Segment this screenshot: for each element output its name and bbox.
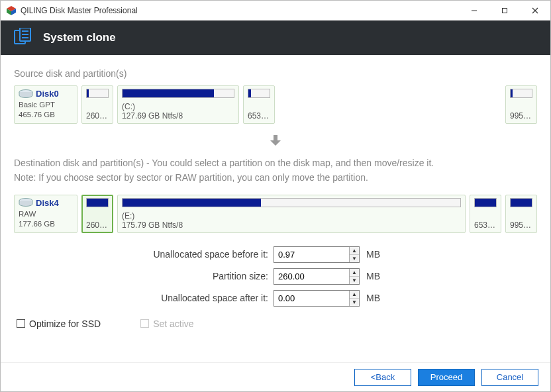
page-header: System clone: [1, 21, 550, 55]
close-button[interactable]: [520, 1, 550, 21]
partition-usage-bar: [510, 198, 532, 207]
space-after-input[interactable]: [274, 291, 349, 306]
source-part-0[interactable]: 260…: [81, 85, 113, 124]
disk-name: Disk0: [36, 89, 59, 99]
partition-usage-bar: [248, 89, 270, 98]
source-part-3[interactable]: 995…: [505, 85, 537, 124]
partition-letter: (E:): [122, 211, 461, 220]
harddisk-icon: [19, 198, 33, 207]
harddisk-icon: [19, 89, 33, 99]
unit-label: MB: [366, 293, 380, 303]
note-line-1: Destination disk and partition(s) - You …: [14, 156, 537, 170]
checkbox-icon: [17, 319, 25, 328]
options-row: Optimize for SSD Set active: [14, 318, 537, 329]
spin-up-button[interactable]: ▲: [350, 247, 359, 255]
cancel-button[interactable]: Cancel: [481, 369, 538, 386]
partition-label: 653…: [474, 220, 497, 230]
spin-down-button[interactable]: ▼: [350, 255, 359, 262]
optimize-ssd-checkbox[interactable]: Optimize for SSD: [17, 318, 101, 329]
partition-letter: (C:): [122, 102, 234, 111]
space-before-input-wrap: ▲▼: [274, 246, 360, 263]
partition-usage-bar: [510, 89, 532, 98]
spin-down-button[interactable]: ▼: [350, 277, 359, 284]
window-controls: [459, 1, 550, 21]
partition-label: 260…: [86, 220, 109, 230]
optimize-ssd-label: Optimize for SSD: [29, 318, 101, 329]
footer: <Back Proceed Cancel: [1, 362, 550, 391]
checkbox-icon: [140, 319, 149, 328]
window-title: QILING Disk Master Professional: [21, 6, 459, 15]
unit-label: MB: [366, 271, 380, 281]
clone-icon: [14, 28, 32, 48]
destination-part-3[interactable]: 995…: [505, 195, 537, 233]
destination-part-2[interactable]: 653…: [470, 195, 501, 233]
destination-part-1[interactable]: (E:) 175.79 GB Ntfs/8: [117, 195, 466, 233]
titlebar: QILING Disk Master Professional: [1, 1, 550, 21]
destination-note: Destination disk and partition(s) - You …: [14, 156, 537, 185]
proceed-button[interactable]: Proceed: [418, 369, 475, 386]
source-part-1[interactable]: (C:) 127.69 GB Ntfs/8: [117, 85, 239, 124]
destination-disk-row: Disk4 RAW 177.66 GB 260… (E:) 175.79 GB …: [14, 195, 537, 233]
destination-disk-info[interactable]: Disk4 RAW 177.66 GB: [14, 195, 77, 233]
partition-size-form: Unallocated space before it: ▲▼ MB Parti…: [14, 246, 537, 307]
spin-up-button[interactable]: ▲: [350, 269, 359, 277]
source-disk-info[interactable]: Disk0 Basic GPT 465.76 GB: [14, 85, 77, 124]
set-active-label: Set active: [153, 318, 193, 329]
disk-name: Disk4: [36, 198, 59, 208]
svg-rect-3: [503, 8, 507, 13]
arrow-down-icon: [14, 133, 537, 150]
source-disk-row: Disk0 Basic GPT 465.76 GB 260… (C:) 127.…: [14, 85, 537, 124]
partition-size-input-wrap: ▲▼: [274, 268, 360, 285]
partition-label: 653…: [248, 111, 270, 121]
disk-type: Basic GPT: [19, 100, 73, 110]
partition-label: 995…: [510, 111, 532, 121]
unit-label: MB: [366, 249, 380, 260]
space-before-input[interactable]: [274, 247, 349, 262]
partition-usage-bar: [474, 198, 497, 207]
partition-label: 995…: [510, 220, 532, 230]
back-button[interactable]: <Back: [354, 369, 411, 386]
destination-part-0[interactable]: 260…: [81, 195, 113, 233]
partition-usage-bar: [86, 198, 109, 207]
partition-label: 127.69 GB Ntfs/8: [122, 111, 234, 121]
partition-usage-bar: [122, 89, 234, 98]
partition-usage-bar: [86, 89, 109, 98]
disk-type: RAW: [19, 209, 73, 219]
space-before-label: Unallocated space before it:: [14, 249, 274, 260]
spin-down-button[interactable]: ▼: [350, 299, 359, 306]
partition-label: 175.79 GB Ntfs/8: [122, 220, 461, 230]
disk-size: 465.76 GB: [19, 110, 73, 120]
disk-size: 177.66 GB: [19, 219, 73, 229]
partition-size-label: Partition size:: [14, 271, 274, 281]
spin-up-button[interactable]: ▲: [350, 291, 359, 299]
partition-size-input[interactable]: [274, 269, 349, 284]
app-icon: [6, 5, 17, 16]
maximize-button[interactable]: [489, 1, 520, 21]
source-label: Source disk and partition(s): [14, 68, 537, 79]
space-after-label: Unallocated space after it:: [14, 293, 274, 303]
set-active-checkbox: Set active: [140, 318, 193, 329]
app-window: QILING Disk Master Professional System: [0, 0, 551, 392]
minimize-button[interactable]: [459, 1, 489, 21]
content-area: Source disk and partition(s) Disk0 Basic…: [1, 55, 550, 362]
page-title: System clone: [43, 31, 116, 44]
partition-usage-bar: [122, 198, 461, 207]
note-line-2: Note: If you choose sector by sector or …: [14, 170, 537, 185]
source-part-2[interactable]: 653…: [243, 85, 275, 124]
partition-label: 260…: [86, 111, 109, 121]
space-after-input-wrap: ▲▼: [274, 290, 360, 307]
